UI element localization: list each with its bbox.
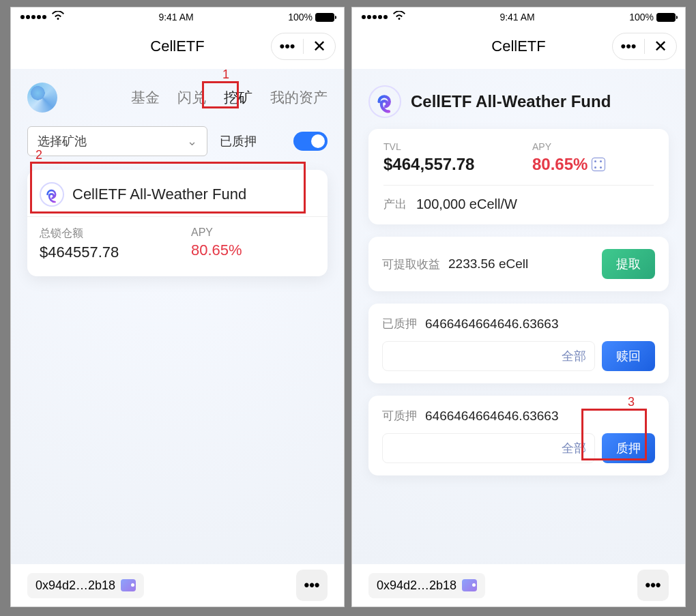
staked-value: 6466464664646.63663 [425, 317, 558, 332]
wallet-address-text: 0x94d2…2b18 [35, 578, 115, 593]
pool-select-placeholder: 选择矿池 [38, 133, 87, 149]
header-actions: ••• ✕ [612, 33, 677, 60]
stake-all-link[interactable]: 全部 [562, 440, 586, 456]
staked-toggle[interactable] [293, 132, 328, 151]
fund-detail-title: CellETF All-Weather Fund [411, 92, 611, 111]
wifi-icon [393, 11, 405, 23]
stakeable-label: 可质押 [382, 408, 417, 424]
footer-more-button[interactable]: ••• [296, 570, 328, 601]
app-logo-icon [27, 83, 57, 113]
apy-value: 80.65% [532, 155, 588, 174]
withdraw-card: 可提取收益 2233.56 eCell 提取 [368, 237, 669, 291]
wallet-address-pill[interactable]: 0x94d2…2b18 [368, 573, 485, 598]
status-time: 9:41 AM [158, 12, 193, 23]
wallet-address-pill[interactable]: 0x94d2…2b18 [27, 573, 144, 598]
footer-more-button[interactable]: ••• [637, 570, 669, 601]
apy-label: APY [191, 226, 315, 239]
phone-right: 9:41 AM 100% CellETF ••• ✕ CellETF All-W… [351, 7, 686, 607]
status-battery-text: 100% [629, 12, 654, 23]
wallet-icon [462, 579, 477, 591]
status-battery-text: 100% [288, 12, 313, 23]
tvl-value: $464557.78 [40, 244, 164, 261]
withdraw-button[interactable]: 提取 [602, 249, 655, 279]
stakeable-value: 6466464664646.63663 [425, 409, 558, 424]
wallet-address-text: 0x94d2…2b18 [377, 578, 456, 593]
apy-value: 80.65% [191, 241, 315, 259]
output-value: 100,000 eCell/W [416, 196, 517, 212]
stakeable-card: 可质押 6466464664646.63663 全部 质押 [368, 396, 669, 475]
fund-stats-card: TVL $464,557.78 APY 80.65% 产出 100,000 eC… [368, 129, 669, 224]
app-header: CellETF ••• ✕ [11, 24, 344, 69]
fund-name: CellETF All-Weather Fund [72, 186, 246, 203]
output-label: 产出 [383, 196, 407, 212]
stake-button[interactable]: 质押 [602, 433, 655, 463]
staked-card: 已质押 6466464664646.63663 全部 赎回 [368, 304, 669, 383]
tab-assets[interactable]: 我的资产 [270, 88, 328, 107]
header-more-icon[interactable]: ••• [613, 33, 644, 60]
withdraw-value: 2233.56 eCell [448, 256, 528, 272]
tab-swap[interactable]: 闪兑 [177, 88, 206, 107]
fund-card[interactable]: CellETF All-Weather Fund 总锁仓额 $464557.78… [27, 170, 328, 276]
header-close-icon[interactable]: ✕ [645, 33, 676, 60]
wallet-icon [121, 579, 136, 591]
signal-dots-icon [362, 15, 388, 19]
pool-select[interactable]: 选择矿池 ⌄ [27, 126, 207, 156]
tab-fund[interactable]: 基金 [131, 88, 160, 107]
signal-dots-icon [20, 15, 46, 19]
header-actions: ••• ✕ [271, 33, 336, 60]
header-close-icon[interactable]: ✕ [304, 33, 335, 60]
tvl-value: $464,557.78 [383, 155, 505, 174]
staked-label: 已质押 [382, 316, 417, 332]
fund-icon [40, 182, 64, 207]
redeem-amount-input[interactable]: 全部 [382, 341, 595, 371]
dice-icon[interactable] [592, 158, 605, 171]
phone-body-right: CellETF All-Weather Fund TVL $464,557.78… [352, 69, 685, 564]
status-time: 9:41 AM [499, 12, 534, 23]
stake-amount-input[interactable]: 全部 [382, 433, 595, 463]
staked-toggle-label: 已质押 [220, 133, 257, 149]
withdraw-label: 可提取收益 [382, 256, 440, 272]
fund-icon [368, 85, 401, 118]
header-more-icon[interactable]: ••• [272, 33, 303, 60]
phone-left: 9:41 AM 100% CellETF ••• ✕ 基金 闪兑 挖矿 我的资产… [10, 7, 345, 607]
phone-body-left: 基金 闪兑 挖矿 我的资产 选择矿池 ⌄ 已质押 CellETF All-Wea… [11, 69, 344, 564]
tvl-label: TVL [383, 141, 505, 152]
redeem-all-link[interactable]: 全部 [562, 348, 586, 364]
redeem-button[interactable]: 赎回 [602, 341, 655, 371]
wifi-icon [52, 11, 64, 23]
chevron-down-icon: ⌄ [187, 134, 197, 149]
tab-mining[interactable]: 挖矿 [224, 88, 252, 107]
battery-icon [656, 13, 676, 22]
tvl-label: 总锁仓额 [40, 226, 164, 241]
nav-tabs: 基金 闪兑 挖矿 我的资产 [131, 88, 328, 107]
app-header: CellETF ••• ✕ [352, 24, 685, 69]
apy-label: APY [532, 141, 654, 152]
status-bar: 9:41 AM 100% [352, 8, 685, 24]
battery-icon [315, 13, 334, 22]
status-bar: 9:41 AM 100% [11, 8, 344, 24]
